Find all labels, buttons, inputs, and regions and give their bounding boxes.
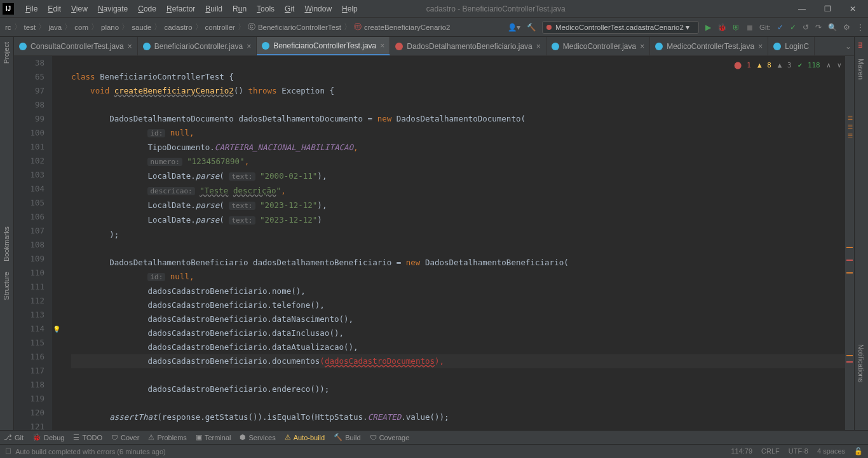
cover-tool[interactable]: 🛡 Cover [111,434,139,441]
git-history-icon[interactable]: ↺ [803,23,809,32]
crumb[interactable]: com [73,24,90,31]
status-icon[interactable]: ☐ [5,447,11,455]
more-icon[interactable]: ⋮ [857,23,864,32]
search-icon[interactable]: 🔍 [828,23,837,32]
gutter[interactable]: 3865 979899 100101102 103104105 10610710… [14,56,52,439]
class-icon [143,43,151,50]
close-icon[interactable]: × [128,42,132,51]
close-icon[interactable]: × [380,41,384,50]
menu-tools[interactable]: Tools [252,4,280,13]
code-with-me-icon[interactable]: 👤▾ [508,23,520,32]
stop-button[interactable]: ◼ [747,23,753,32]
menu-edit[interactable]: Edit [43,4,66,13]
structure-tool[interactable]: Structure [0,267,13,305]
debug-tool[interactable]: 🐞 Debug [32,433,64,441]
close-icon[interactable]: × [247,42,251,51]
run-button[interactable]: ▶ [705,23,711,32]
crumb[interactable]: BeneficiarioControllerTest [257,24,342,31]
terminal-tool[interactable]: ▣ Terminal [196,433,231,441]
menu-refactor[interactable]: Refactor [161,4,200,13]
crumb[interactable]: cadastro [163,24,193,31]
autobuild-tool[interactable]: ⚠ Auto-build [285,433,325,441]
run-config-selector[interactable]: MedicoControllerTest.cadastraCenario2 ▾ [542,21,699,34]
build-icon[interactable]: 🔨 [527,23,536,32]
code-content[interactable]: ⬤ 1 ▲ 8 ▲ 3 ✔ 118 ∧∨ class BeneficiarioC… [52,56,845,439]
class-icon [262,42,269,50]
tab-beneficiario-controller[interactable]: BeneficiarioController.java× [138,37,257,55]
git-commit-icon[interactable]: ✓ [790,23,796,32]
tab-medico-controller-test[interactable]: MedicoControllerTest.java× [650,37,768,55]
maven-tool[interactable]: m [855,37,867,53]
git-update-icon[interactable]: ✓ [777,23,783,32]
crumb[interactable]: java [47,24,63,31]
class-icon [19,43,27,50]
menu-navigate[interactable]: Navigate [93,4,133,13]
close-icon[interactable]: × [640,42,644,51]
indent[interactable]: 4 spaces [817,447,845,455]
build-tool[interactable]: 🔨 Build [334,433,360,441]
debug-button[interactable]: 🐞 [717,23,726,32]
breadcrumb[interactable]: rc〉 test〉 java〉 com〉 plano〉 saude〉 cadas… [4,22,451,32]
maximize-button[interactable]: ❐ [815,4,840,13]
menu-view[interactable]: View [66,4,93,13]
record-icon [395,43,403,50]
right-sidebar: m Maven Notifications [854,37,868,439]
coverage-button[interactable]: ⛨ [733,24,740,31]
close-button[interactable]: ✕ [840,4,865,13]
git-tool[interactable]: ⎇ Git [4,433,24,441]
editor-tabs: ConsultaControllerTest.java× Beneficiari… [0,37,868,56]
statusbar: ☐ Auto build completed with errors (6 mi… [0,444,868,458]
inspection-widget[interactable]: ⬤ 1 ▲ 8 ▲ 3 ✔ 118 ∧∨ [734,59,841,73]
class-icon [552,43,559,50]
menu-code[interactable]: Code [133,4,161,13]
project-tool[interactable]: Project [0,37,13,69]
close-icon[interactable]: × [536,42,541,51]
left-sidebar: Project Bookmarks Structure [0,37,14,439]
tab-login[interactable]: LoginC [768,37,815,55]
services-tool[interactable]: ⬢ Services [240,433,275,441]
crumb[interactable]: rc [4,24,13,31]
tab-dados-detalhamento[interactable]: DadosDetalhamentoBeneficiario.java× [390,37,546,55]
menu-git[interactable]: Git [280,4,299,13]
crumb[interactable]: test [23,24,37,31]
maven-tool[interactable]: Maven [855,53,867,85]
crumb[interactable]: plano [100,24,120,31]
menu-window[interactable]: Window [299,4,337,13]
status-message: Auto build completed with errors (6 minu… [15,448,166,455]
crumb[interactable]: createBeneficiaryCenario2 [363,24,452,31]
settings-icon[interactable]: ⚙ [843,23,850,32]
crumb[interactable]: controller [204,24,236,31]
menu-file[interactable]: File [20,4,43,13]
menu-help[interactable]: Help [337,4,363,13]
tab-beneficiario-controller-test[interactable]: BeneficiarioControllerTest.java× [257,37,390,55]
editor[interactable]: 3865 979899 100101102 103104105 10610710… [14,56,854,439]
error-stripe[interactable]: ≡≡≡ [845,56,854,439]
bottom-toolbar: ⎇ Git 🐞 Debug ☰ TODO 🛡 Cover ⚠ Problems … [0,430,868,444]
menubar: IJ File Edit View Navigate Code Refactor… [0,0,868,18]
minimize-button[interactable]: — [789,4,815,13]
line-separator[interactable]: CRLF [761,447,780,455]
todo-tool[interactable]: ☰ TODO [73,433,102,441]
menu-run[interactable]: Run [227,4,252,13]
window-title: cadastro - BeneficiarioControllerTest.ja… [426,4,566,13]
coverage-tool[interactable]: 🛡 Coverage [370,434,410,441]
file-encoding[interactable]: UTF-8 [789,447,808,455]
git-label: Git: [759,24,771,31]
crumb[interactable]: saude [130,24,153,31]
tab-consulta[interactable]: ConsultaControllerTest.java× [14,37,138,55]
tabs-dropdown-icon[interactable]: ⌄ [845,42,851,51]
git-rollback-icon[interactable]: ↷ [815,23,822,32]
bookmarks-tool[interactable]: Bookmarks [0,221,13,267]
app-logo: IJ [3,3,14,15]
class-icon [773,43,781,50]
close-icon[interactable]: × [758,42,763,51]
problems-tool[interactable]: ⚠ Problems [148,433,186,441]
caret-position[interactable]: 114:79 [731,447,752,455]
tab-medico-controller[interactable]: MedicoController.java× [546,37,650,55]
notifications-tool[interactable]: Notifications [855,339,867,387]
menu-build[interactable]: Build [200,4,227,13]
readonly-icon[interactable]: 🔓 [854,447,863,455]
class-icon [655,43,663,50]
toolbar: rc〉 test〉 java〉 com〉 plano〉 saude〉 cadas… [0,18,868,37]
